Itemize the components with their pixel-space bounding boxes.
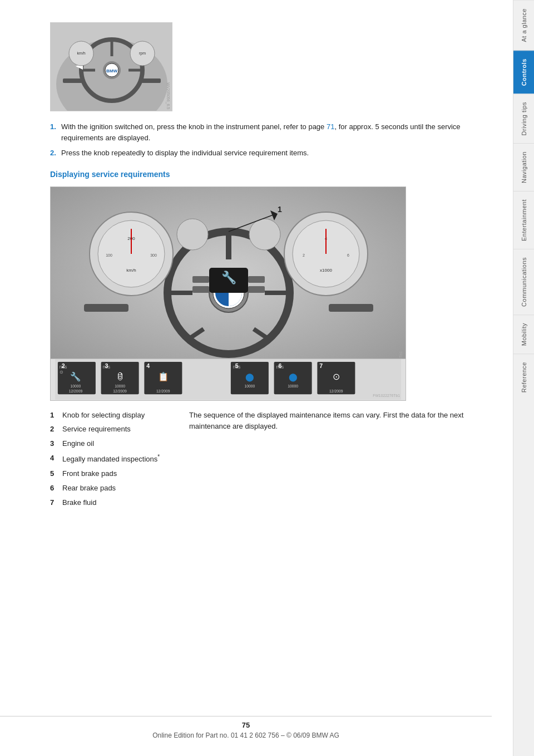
steps-list: 1. With the ignition switched on, press … — [50, 121, 485, 159]
sidebar-tab-mobility[interactable]: Mobility — [513, 315, 534, 354]
footer-text: Online Edition for Part no. 01 41 2 602 … — [0, 732, 492, 739]
svg-rect-51 — [248, 276, 265, 283]
svg-text:2: 2 — [303, 253, 305, 257]
item-4-num: 4 — [50, 453, 62, 465]
item-row-4: 4 Legally mandated inspections* — [50, 453, 172, 465]
svg-point-41 — [249, 219, 280, 250]
item-7-num: 7 — [50, 497, 62, 509]
svg-rect-52 — [248, 286, 265, 293]
top-steering-wheel-image: BMW km/h rpm WV205056_6.5 — [50, 22, 172, 111]
item-4-label: Legally mandated inspections* — [62, 453, 172, 465]
sidebar-tab-entertainment[interactable]: Entertainment — [513, 191, 534, 249]
svg-text:rpm: rpm — [139, 51, 146, 56]
item-5-label: Front brake pads — [62, 468, 172, 480]
step-2-number: 2. — [50, 148, 56, 159]
sidebar-tab-at-a-glance[interactable]: At a glance — [513, 0, 534, 50]
svg-text:300: 300 — [150, 253, 157, 257]
svg-text:🛢: 🛢 — [116, 372, 125, 381]
top-image-watermark: WV205056_6.5 — [166, 82, 170, 109]
svg-text:km/h: km/h — [126, 268, 136, 273]
svg-text:📋: 📋 — [158, 371, 169, 382]
item-6-label: Rear brake pads — [62, 483, 172, 494]
svg-text:FW1022276Tb1: FW1022276Tb1 — [399, 351, 403, 359]
section-heading: Displaying service requirements — [50, 170, 485, 179]
item-row-3: 3 Engine oil — [50, 438, 172, 450]
item-row-7: 7 Brake fluid — [50, 497, 172, 509]
svg-text:7: 7 — [319, 362, 323, 369]
svg-text:12/2009: 12/2009 — [329, 389, 343, 393]
right-description: The sequence of the displayed maintenanc… — [189, 410, 485, 433]
svg-text:🔧: 🔧 — [70, 371, 81, 382]
svg-text:FW1022276Tb1: FW1022276Tb1 — [373, 394, 400, 397]
sidebar: At a glance Controls Driving tips Naviga… — [513, 0, 534, 756]
page-number: 75 — [0, 721, 492, 729]
svg-text:⊙: ⊙ — [333, 372, 340, 381]
svg-text:2: 2 — [62, 362, 65, 369]
svg-text:4: 4 — [146, 362, 150, 369]
item-row-2: 2 Service requirements — [50, 424, 172, 435]
svg-rect-47 — [84, 304, 128, 312]
svg-text:⊙: ⊙ — [60, 370, 63, 375]
footer: 75 Online Edition for Part no. 01 41 2 6… — [0, 716, 492, 739]
svg-text:⬤: ⬤ — [289, 373, 298, 382]
item-5-num: 5 — [50, 468, 62, 480]
item-row-1: 1 Knob for selecting display — [50, 410, 172, 421]
step-1-link[interactable]: 71 — [327, 122, 334, 131]
svg-text:10000: 10000 — [70, 384, 81, 388]
svg-rect-48 — [329, 304, 373, 312]
svg-rect-14 — [63, 78, 82, 83]
sidebar-tab-navigation[interactable]: Navigation — [513, 143, 534, 191]
svg-text:12/2009: 12/2009 — [69, 389, 83, 393]
large-dashboard-image: 200 km/h 100 300 4 x1000 2 6 🔧 1 — [50, 186, 406, 359]
svg-text:3: 3 — [105, 362, 108, 369]
item-6-num: 6 — [50, 483, 62, 494]
svg-point-40 — [177, 219, 208, 250]
svg-text:1: 1 — [278, 205, 282, 214]
item-row-5: 5 Front brake pads — [50, 468, 172, 480]
step-2: 2. Press the knob repeatedly to display … — [50, 148, 485, 159]
svg-text:10000: 10000 — [244, 384, 255, 388]
main-content: BMW km/h rpm WV205056_6.5 1. With the ig… — [0, 0, 513, 756]
svg-text:⬤: ⬤ — [245, 373, 254, 382]
svg-text:6: 6 — [347, 253, 349, 257]
sidebar-tab-controls[interactable]: Controls — [513, 50, 534, 94]
svg-text:10000: 10000 — [115, 384, 125, 388]
svg-rect-15 — [141, 78, 161, 83]
svg-text:x1000: x1000 — [320, 268, 332, 273]
item-1-num: 1 — [50, 410, 62, 421]
svg-text:5: 5 — [235, 362, 239, 369]
item-2-num: 2 — [50, 424, 62, 435]
svg-text:6: 6 — [278, 362, 281, 369]
svg-rect-49 — [192, 276, 209, 283]
svg-text:100: 100 — [106, 253, 112, 257]
item-2-label: Service requirements — [62, 424, 172, 435]
icons-strip: mls ⊙ 2 🔧 10000 12/2009 mls 3 🛢 10000 12… — [50, 359, 406, 401]
item-3-label: Engine oil — [62, 438, 172, 450]
step-1: 1. With the ignition switched on, press … — [50, 121, 485, 143]
item-1-label: Knob for selecting display — [62, 410, 172, 421]
svg-text:BMW: BMW — [106, 68, 117, 73]
sidebar-tab-driving-tips[interactable]: Driving tips — [513, 94, 534, 143]
svg-text:🔧: 🔧 — [221, 270, 237, 285]
sidebar-tab-communications[interactable]: Communications — [513, 249, 534, 315]
items-section: 1 Knob for selecting display 2 Service r… — [50, 410, 485, 512]
svg-rect-50 — [192, 286, 209, 293]
items-right-column: The sequence of the displayed maintenanc… — [189, 410, 485, 512]
step-1-number: 1. — [50, 121, 56, 132]
svg-text:12/2009: 12/2009 — [113, 389, 127, 393]
items-left-column: 1 Knob for selecting display 2 Service r… — [50, 410, 172, 512]
sidebar-tab-reference[interactable]: Reference — [513, 354, 534, 400]
svg-text:12/2009: 12/2009 — [156, 389, 170, 393]
item-7-label: Brake fluid — [62, 497, 172, 509]
item-row-6: 6 Rear brake pads — [50, 483, 172, 494]
svg-text:10000: 10000 — [288, 384, 298, 388]
svg-text:km/h: km/h — [77, 51, 85, 55]
item-3-num: 3 — [50, 438, 62, 450]
